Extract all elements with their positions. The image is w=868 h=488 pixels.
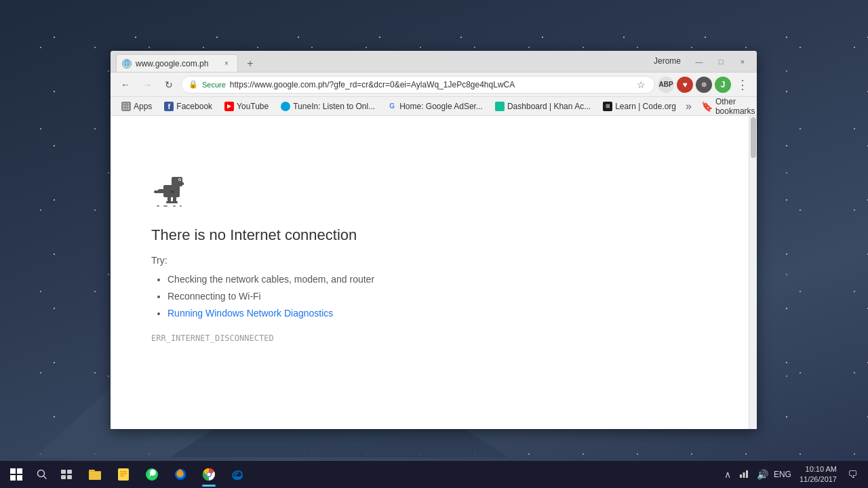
bookmark-google[interactable]: G Home: Google AdSer... bbox=[382, 100, 488, 113]
more-bookmarks-button[interactable]: » bbox=[683, 99, 694, 114]
svg-point-4 bbox=[179, 179, 180, 180]
svg-rect-11 bbox=[172, 201, 178, 203]
error-suggestions-list: Checking the network cables, modem, and … bbox=[151, 271, 374, 323]
user-name: Jerome bbox=[648, 55, 686, 68]
error-page: There is no Internet connection Try: Che… bbox=[111, 116, 749, 429]
taskbar-firefox[interactable] bbox=[167, 461, 194, 488]
desktop: 🌐 www.google.com.ph × + Jerome — □ × ← →… bbox=[0, 0, 868, 488]
taskbar-right: ∧ 🔊 ENG 10:10 AM 11/26/2017 🗨 bbox=[722, 464, 865, 485]
svg-rect-20 bbox=[61, 475, 66, 479]
svg-rect-36 bbox=[743, 472, 745, 478]
taskbar-file-explorer[interactable] bbox=[81, 461, 108, 488]
bookmark-apps-label: Apps bbox=[134, 102, 152, 111]
tab-close-button[interactable]: × bbox=[221, 58, 232, 69]
taskbar: ∧ 🔊 ENG 10:10 AM 11/26/2017 🗨 bbox=[0, 461, 868, 488]
error-title: There is no Internet connection bbox=[151, 226, 357, 244]
navigation-bar: ← → ↻ 🔒 Secure https://www.google.com.ph… bbox=[111, 73, 757, 97]
url-text: https://www.google.com.ph/?gfe_rd=cr&dcr… bbox=[230, 80, 630, 89]
active-tab[interactable]: 🌐 www.google.com.ph × bbox=[116, 54, 238, 72]
clock-time: 10:10 AM bbox=[806, 464, 837, 474]
network-diagnostics-link[interactable]: Running Windows Network Diagnostics bbox=[167, 308, 333, 319]
user-avatar[interactable]: J bbox=[715, 77, 731, 93]
taskbar-notes[interactable] bbox=[110, 461, 137, 488]
code-icon: ⊞ bbox=[603, 102, 612, 111]
error-code: ERR_INTERNET_DISCONNECTED bbox=[151, 333, 274, 343]
facebook-icon: f bbox=[164, 102, 174, 111]
taskbar-chrome[interactable] bbox=[195, 461, 222, 488]
bookmark-facebook[interactable]: f Facebook bbox=[159, 100, 218, 113]
volume-icon[interactable]: 🔊 bbox=[754, 469, 771, 480]
bookmark-khan[interactable]: Dashboard | Khan Ac... bbox=[490, 100, 596, 113]
secure-icon: 🔒 bbox=[189, 80, 198, 89]
bookmark-facebook-label: Facebook bbox=[176, 102, 212, 111]
scrollbar[interactable] bbox=[749, 116, 757, 429]
scrollbar-thumb[interactable] bbox=[751, 117, 756, 158]
search-button[interactable] bbox=[30, 462, 54, 487]
suggestion-1: Checking the network cables, modem, and … bbox=[167, 271, 374, 288]
windows-logo bbox=[10, 468, 22, 481]
address-bar[interactable]: 🔒 Secure https://www.google.com.ph/?gfe_… bbox=[181, 76, 655, 94]
window-controls: Jerome — □ × bbox=[648, 55, 751, 68]
svg-rect-18 bbox=[61, 470, 66, 474]
page-content: There is no Internet connection Try: Che… bbox=[111, 116, 757, 429]
taskbar-whatsapp[interactable] bbox=[138, 461, 165, 488]
bookmark-star-icon[interactable]: ☆ bbox=[634, 78, 648, 92]
start-button[interactable] bbox=[3, 461, 30, 488]
tab-bar: 🌐 www.google.com.ph × + bbox=[116, 51, 648, 72]
title-bar: 🌐 www.google.com.ph × + Jerome — □ × bbox=[111, 51, 757, 73]
google-icon: G bbox=[387, 102, 397, 111]
minimize-button[interactable]: — bbox=[690, 55, 708, 68]
new-tab-button[interactable]: + bbox=[241, 56, 260, 72]
bookmarks-bar: Apps f Facebook YouTube TuneIn: Listen t… bbox=[111, 97, 757, 116]
other-bookmarks[interactable]: 🔖 Other bookmarks bbox=[696, 97, 757, 116]
svg-rect-14 bbox=[173, 205, 176, 207]
heart-extension-icon[interactable]: ♥ bbox=[677, 77, 693, 93]
svg-rect-5 bbox=[170, 190, 174, 193]
show-hidden-icons[interactable]: ∧ bbox=[722, 469, 734, 480]
other-bookmarks-label: Other bookmarks bbox=[715, 97, 755, 116]
svg-rect-12 bbox=[157, 205, 159, 207]
secure-label: Secure bbox=[202, 81, 226, 89]
browser-window: 🌐 www.google.com.ph × + Jerome — □ × ← →… bbox=[111, 51, 757, 429]
suggestion-2: Reconnecting to Wi-Fi bbox=[167, 288, 374, 305]
apps-bookmark-icon bbox=[121, 102, 131, 111]
svg-rect-21 bbox=[67, 475, 72, 479]
svg-rect-15 bbox=[180, 205, 182, 207]
svg-point-34 bbox=[208, 473, 211, 476]
network-icon[interactable] bbox=[736, 469, 751, 481]
tunein-icon bbox=[281, 102, 290, 111]
dinosaur-icon bbox=[151, 170, 189, 210]
bookmark-code-label: Learn | Code.org bbox=[615, 102, 676, 111]
svg-rect-19 bbox=[67, 470, 72, 474]
maximize-button[interactable]: □ bbox=[712, 55, 730, 68]
reload-button[interactable]: ↻ bbox=[159, 75, 178, 94]
svg-rect-7 bbox=[154, 190, 159, 193]
forward-button[interactable]: → bbox=[138, 75, 157, 94]
khan-icon bbox=[495, 102, 505, 111]
svg-rect-35 bbox=[740, 474, 742, 478]
language-indicator: ENG bbox=[774, 470, 791, 479]
taskbar-apps bbox=[81, 461, 251, 488]
svg-rect-2 bbox=[180, 182, 184, 185]
bookmark-tunein-label: TuneIn: Listen to Onl... bbox=[293, 102, 375, 111]
tab-title: www.google.com.ph bbox=[136, 59, 217, 68]
bookmark-code[interactable]: ⊞ Learn | Code.org bbox=[597, 100, 682, 113]
task-view-button[interactable] bbox=[54, 462, 79, 487]
tab-favicon: 🌐 bbox=[122, 59, 132, 68]
back-button[interactable]: ← bbox=[116, 75, 135, 94]
taskbar-edge[interactable] bbox=[224, 461, 251, 488]
adblock-icon[interactable]: ABP bbox=[658, 77, 674, 93]
right-extension-icons: ABP ♥ ⊕ J ⋮ bbox=[658, 77, 751, 93]
error-try-label: Try: bbox=[151, 255, 167, 266]
svg-rect-37 bbox=[746, 470, 748, 478]
chrome-menu-button[interactable]: ⋮ bbox=[734, 77, 751, 92]
youtube-icon bbox=[224, 102, 234, 111]
system-clock[interactable]: 10:10 AM 11/26/2017 bbox=[794, 464, 842, 485]
bookmark-youtube[interactable]: YouTube bbox=[219, 100, 274, 113]
bookmark-apps[interactable]: Apps bbox=[116, 100, 157, 113]
extension2-icon[interactable]: ⊕ bbox=[696, 77, 712, 93]
notification-center-icon[interactable]: 🗨 bbox=[845, 469, 860, 480]
dino-area: There is no Internet connection Try: Che… bbox=[151, 170, 374, 343]
close-button[interactable]: × bbox=[734, 55, 751, 68]
bookmark-tunein[interactable]: TuneIn: Listen to Onl... bbox=[275, 100, 380, 113]
